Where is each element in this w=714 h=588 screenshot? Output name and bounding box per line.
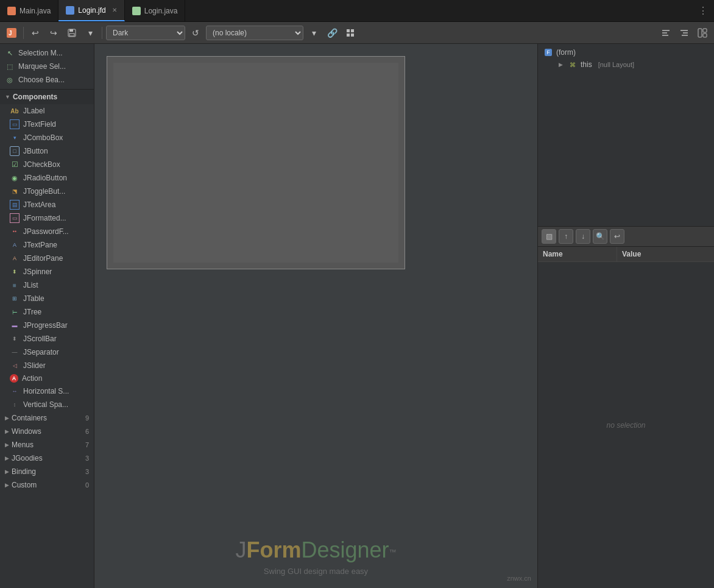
component-jlist[interactable]: ≡ JList (0, 278, 94, 292)
tree-this-item[interactable]: ▶ ⌘ this [null Layout] (538, 58, 714, 71)
refresh-button[interactable]: ↺ (188, 25, 203, 41)
save-dropdown-button[interactable]: ▾ (82, 25, 98, 41)
component-jtree[interactable]: ⊢ JTree (0, 305, 94, 319)
jtextfield-text: JTextField (23, 120, 56, 129)
component-jcheckbox[interactable]: ☑ JCheckBox (0, 158, 94, 171)
component-vertical-space[interactable]: ↕ Vertical Spa... (0, 398, 94, 411)
svg-rect-17 (703, 34, 707, 37)
component-jeditorpane[interactable]: A JEditorPane (0, 252, 94, 265)
component-jformatted[interactable]: ▭ JFormatted... (0, 211, 94, 225)
binding-arrow: ▶ (5, 469, 9, 475)
component-jlabel[interactable]: Ab JLabel (0, 104, 94, 118)
toolbar-divider-2 (102, 27, 102, 39)
watermark: znwx.cn (507, 575, 531, 582)
component-jseparator[interactable]: — JSeparator (0, 345, 94, 359)
canvas-form (113, 63, 398, 263)
component-jradiobutton[interactable]: ◉ JRadioButton (0, 171, 94, 185)
selection-mode-label: Selection M... (18, 49, 63, 57)
jslider-icon: ◁ (10, 361, 19, 370)
component-tree: F (form) ▶ ⌘ this [null Layout] (538, 44, 714, 227)
components-section-header[interactable]: ▼ Components (0, 90, 94, 104)
align-right-button[interactable] (676, 25, 692, 41)
component-jscrollbar[interactable]: ⬍ JScrollBar (0, 332, 94, 345)
locale-selector[interactable]: (no locale) (206, 26, 303, 40)
jtable-icon: ⊞ (10, 294, 19, 303)
jscrollbar-icon: ⬍ (10, 334, 19, 344)
grid-button[interactable] (342, 25, 358, 41)
component-jtogglebutton[interactable]: ⬔ JToggleBut... (0, 185, 94, 198)
component-jtextarea[interactable]: ▤ JTextArea (0, 198, 94, 211)
component-jtextpane[interactable]: A JTextPane (0, 238, 94, 252)
svg-rect-15 (698, 29, 702, 37)
undo-button[interactable]: ↩ (27, 25, 43, 41)
svg-rect-4 (69, 34, 74, 36)
tree-null-layout: [null Layout] (598, 61, 634, 68)
props-undo-button[interactable]: ↩ (610, 229, 624, 244)
selection-mode-item[interactable]: ↖ Selection M... (0, 46, 94, 60)
component-horizontal-strut[interactable]: ↔ Horizontal S... (0, 384, 94, 398)
containers-arrow: ▶ (5, 415, 9, 421)
svg-text:J: J (9, 30, 12, 37)
component-jtable[interactable]: ⊞ JTable (0, 292, 94, 305)
category-menus[interactable]: ▶ Menus 7 (0, 438, 94, 452)
props-sort-desc-button[interactable]: ↓ (576, 229, 590, 244)
props-header: Name Value (538, 247, 714, 262)
redo-button[interactable]: ↪ (46, 25, 62, 41)
component-jslider[interactable]: ◁ JSlider (0, 359, 94, 372)
choose-bean-item[interactable]: ◎ Choose Bea... (0, 73, 94, 87)
tab-login-java[interactable]: Login.java (125, 0, 186, 21)
component-jbutton[interactable]: □ JButton (0, 144, 94, 158)
design-canvas[interactable] (107, 56, 405, 269)
layout-button[interactable] (695, 25, 710, 41)
jeditorpane-text: JEditorPane (23, 254, 63, 263)
marquee-select-item[interactable]: ⬚ Marquee Sel... (0, 60, 94, 73)
binding-count: 3 (85, 468, 89, 475)
category-custom[interactable]: ▶ Custom 0 (0, 478, 94, 492)
component-jprogressbar[interactable]: ▬ JProgressBar (0, 319, 94, 332)
marquee-select-icon: ⬚ (5, 62, 15, 71)
tab-more-button[interactable]: ⋮ (692, 5, 714, 16)
tree-this-icon: ⌘ (568, 60, 577, 69)
category-windows[interactable]: ▶ Windows 6 (0, 425, 94, 438)
hspace-icon: ↔ (10, 386, 19, 396)
component-jpassword[interactable]: •• JPasswordF... (0, 225, 94, 238)
jseparator-icon: — (10, 347, 19, 357)
props-search-button[interactable]: 🔍 (593, 229, 607, 244)
tab-main-java[interactable]: Main.java (0, 0, 58, 21)
tree-form-label: (form) (556, 48, 576, 57)
svg-rect-7 (347, 34, 350, 37)
category-binding[interactable]: ▶ Binding 3 (0, 465, 94, 478)
properties-panel: ▨ ↑ ↓ 🔍 ↩ Name Value no selection (538, 227, 714, 588)
choose-bean-icon: ◎ (5, 75, 15, 85)
component-jtextfield[interactable]: ▭ JTextField (0, 118, 94, 131)
menus-count: 7 (85, 441, 89, 448)
jtextpane-icon: A (10, 240, 19, 250)
custom-count: 0 (85, 481, 89, 489)
tree-form-item[interactable]: F (form) (538, 46, 714, 58)
canvas-inner (94, 44, 537, 525)
tab-login-jfd[interactable]: Login.jfd ✕ (58, 0, 124, 21)
jradiobutton-icon: ◉ (10, 173, 19, 183)
link-button[interactable]: 🔗 (324, 25, 340, 41)
align-left-button[interactable] (658, 25, 674, 41)
category-jgoodies[interactable]: ▶ JGoodies 3 (0, 452, 94, 465)
theme-selector[interactable]: Dark Light FlatDark (106, 26, 185, 40)
component-jspinner[interactable]: ⬍ JSpinner (0, 265, 94, 278)
jtextfield-icon: ▭ (10, 119, 19, 129)
locale-dropdown-button[interactable]: ▾ (306, 25, 322, 41)
left-panel: ↖ Selection M... ⬚ Marquee Sel... ◎ Choo… (0, 44, 94, 588)
close-tab-button[interactable]: ✕ (112, 7, 117, 13)
branding-designer: Designer (301, 537, 389, 562)
props-filter-button[interactable]: ▨ (542, 229, 556, 244)
props-sort-asc-button[interactable]: ↑ (559, 229, 573, 244)
branding-subtitle: Swing GUI design made easy (107, 567, 525, 576)
jscrollbar-text: JScrollBar (23, 335, 57, 343)
save-button[interactable] (64, 25, 80, 41)
component-jcombobox[interactable]: ▾ JComboBox (0, 131, 94, 144)
logo-button[interactable]: J (4, 25, 19, 41)
canvas-area: JFormDesigner™ Swing GUI design made eas… (94, 44, 537, 588)
menus-arrow: ▶ (5, 442, 9, 448)
tree-form-icon: F (544, 48, 553, 57)
category-containers[interactable]: ▶ Containers 9 (0, 411, 94, 425)
component-action[interactable]: A Action (0, 372, 94, 384)
